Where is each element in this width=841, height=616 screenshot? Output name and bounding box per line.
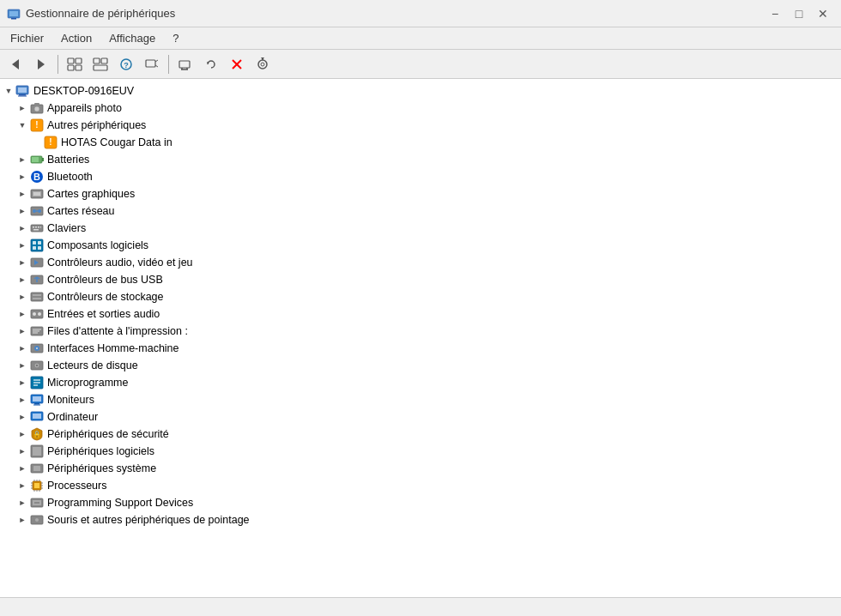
menu-help[interactable]: ? <box>166 30 185 46</box>
root-icon <box>15 84 31 98</box>
tree-item-souris-peripheriques[interactable]: ►Souris et autres périphériques de point… <box>0 511 841 528</box>
svg-point-48 <box>33 209 36 213</box>
svg-point-116 <box>35 518 39 522</box>
tree-item-appareils-photo[interactable]: ►Appareils photo <box>0 100 841 117</box>
svg-rect-88 <box>33 396 41 402</box>
toggle-appareils-photo[interactable]: ► <box>15 101 29 115</box>
close-button[interactable]: ✕ <box>812 5 834 22</box>
tree-item-moniteurs[interactable]: ►Moniteurs <box>0 391 841 408</box>
toggle-microprogramme[interactable]: ► <box>15 376 29 390</box>
toggle-souris-peripheriques[interactable]: ► <box>15 513 29 527</box>
tree-item-programming-support[interactable]: ►Programming Support Devices <box>0 494 841 511</box>
tree-item-lecteurs-disque[interactable]: ►Lecteurs de disque <box>0 357 841 374</box>
tree-item-autres-peripheriques[interactable]: ▼!Autres périphériques <box>0 117 841 134</box>
label-processeurs: Processeurs <box>47 480 106 492</box>
tree-item-controleurs-audio[interactable]: ►Contrôleurs audio, vidéo et jeu <box>0 254 841 271</box>
toolbar-btn-5[interactable]: ? <box>114 53 138 75</box>
tree-item-controleurs-bus-usb[interactable]: ►Contrôleurs de bus USB <box>0 271 841 288</box>
tree-item-cartes-graphiques[interactable]: ►Cartes graphiques <box>0 185 841 202</box>
toggle-cartes-graphiques[interactable]: ► <box>15 187 29 201</box>
menu-bar: Fichier Action Affichage ? <box>0 27 841 50</box>
tree-item-composants-logiciels[interactable]: ►Composants logiciels <box>0 237 841 254</box>
menu-affichage[interactable]: Affichage <box>102 30 162 46</box>
svg-point-82 <box>36 365 38 366</box>
tree-item-claviers[interactable]: ►Claviers <box>0 220 841 237</box>
tree-item-peripheriques-logiciels[interactable]: ►Périphériques logiciels <box>0 443 841 460</box>
menu-action[interactable]: Action <box>54 30 99 46</box>
tree-item-cartes-reseau[interactable]: ►Cartes réseau <box>0 202 841 220</box>
root-label: DESKTOP-0916EUV <box>33 85 134 97</box>
toolbar-btn-4[interactable] <box>88 53 112 75</box>
toolbar-sep-2 <box>168 55 169 74</box>
svg-rect-41 <box>32 157 39 162</box>
tree-item-peripheriques-securite[interactable]: ►🔒Périphériques de sécurité <box>0 426 841 443</box>
svg-rect-14 <box>146 60 155 67</box>
forward-button[interactable] <box>29 53 53 75</box>
toggle-programming-support[interactable]: ► <box>15 496 29 510</box>
tree-root[interactable]: ▼ DESKTOP-0916EUV <box>0 82 841 100</box>
tree-item-files-attente[interactable]: ►Files d'attente à l'impression : <box>0 323 841 340</box>
toggle-controleurs-stockage[interactable]: ► <box>15 290 29 304</box>
tree-item-hotas-cougar[interactable]: !HOTAS Cougar Data in <box>0 134 841 151</box>
toggle-ordinateur[interactable]: ► <box>15 410 29 424</box>
icon-composants-logiciels <box>29 239 45 252</box>
tree-item-batteries[interactable]: ►Batteries <box>0 151 841 168</box>
label-souris-peripheriques: Souris et autres périphériques de pointa… <box>47 514 250 526</box>
device-tree[interactable]: ▼ DESKTOP-0916EUV ►Appareils photo▼!Autr… <box>0 79 841 597</box>
tree-item-entrees-sorties-audio[interactable]: ►Entrées et sorties audio <box>0 305 841 323</box>
tree-item-bluetooth[interactable]: ►BBluetooth <box>0 168 841 185</box>
maximize-button[interactable]: □ <box>788 5 810 22</box>
tree-item-peripheriques-systeme[interactable]: ►Périphériques système <box>0 460 841 477</box>
toggle-bluetooth[interactable]: ► <box>15 170 29 184</box>
label-bluetooth: Bluetooth <box>47 171 93 183</box>
toolbar-btn-6[interactable] <box>140 53 164 75</box>
svg-marker-4 <box>38 59 45 69</box>
svg-rect-40 <box>42 158 44 161</box>
menu-fichier[interactable]: Fichier <box>3 30 51 46</box>
toggle-processeurs[interactable]: ► <box>15 479 29 492</box>
toolbar-btn-7[interactable] <box>173 53 197 75</box>
back-button[interactable] <box>3 53 27 75</box>
toolbar-btn-3[interactable] <box>63 53 87 75</box>
label-entrees-sorties-audio: Entrées et sorties audio <box>47 308 160 320</box>
icon-controleurs-audio <box>29 256 45 269</box>
window-controls: − □ ✕ <box>764 5 834 22</box>
tree-item-ordinateur[interactable]: ►Ordinateur <box>0 408 841 426</box>
icon-controleurs-bus-usb <box>29 273 45 287</box>
toggle-peripheriques-securite[interactable]: ► <box>15 427 29 441</box>
toggle-batteries[interactable]: ► <box>15 153 29 166</box>
toggle-moniteurs[interactable]: ► <box>15 393 29 407</box>
toolbar-sep-1 <box>57 55 58 74</box>
toggle-controleurs-audio[interactable]: ► <box>15 256 29 269</box>
tree-item-processeurs[interactable]: ►Processeurs <box>0 477 841 494</box>
label-peripheriques-securite: Périphériques de sécurité <box>47 428 169 440</box>
svg-marker-3 <box>12 59 19 69</box>
tree-item-controleurs-stockage[interactable]: ►Contrôleurs de stockage <box>0 288 841 305</box>
toggle-entrees-sorties-audio[interactable]: ► <box>15 307 29 321</box>
tree-item-microprogramme[interactable]: ►Microprogramme <box>0 374 841 391</box>
toggle-autres-peripheriques[interactable]: ▼ <box>15 118 29 132</box>
toggle-composants-logiciels[interactable]: ► <box>15 239 29 252</box>
tree-item-interfaces-homme-machine[interactable]: ►Interfaces Homme-machine <box>0 340 841 357</box>
svg-rect-5 <box>68 58 74 63</box>
icon-autres-peripheriques: ! <box>29 118 45 132</box>
toolbar-btn-delete[interactable] <box>225 53 249 75</box>
svg-rect-10 <box>101 58 107 63</box>
title-bar: Gestionnaire de périphériques − □ ✕ <box>0 0 841 27</box>
icon-claviers <box>29 221 45 235</box>
toolbar-btn-update[interactable] <box>199 53 223 75</box>
icon-peripheriques-securite: 🔒 <box>29 427 45 441</box>
toggle-files-attente[interactable]: ► <box>15 324 29 338</box>
toggle-controleurs-bus-usb[interactable]: ► <box>15 273 29 287</box>
toggle-peripheriques-systeme[interactable]: ► <box>15 462 29 475</box>
tree-items: ►Appareils photo▼!Autres périphériques!H… <box>0 100 841 528</box>
toggle-lecteurs-disque[interactable]: ► <box>15 359 29 372</box>
toggle-peripheriques-logiciels[interactable]: ► <box>15 444 29 458</box>
toolbar-btn-scan[interactable] <box>251 53 275 75</box>
toggle-cartes-reseau[interactable]: ► <box>15 204 29 218</box>
label-controleurs-bus-usb: Contrôleurs de bus USB <box>47 274 163 286</box>
root-toggle-icon[interactable]: ▼ <box>2 84 15 98</box>
minimize-button[interactable]: − <box>764 5 786 22</box>
toggle-interfaces-homme-machine[interactable]: ► <box>15 341 29 355</box>
toggle-claviers[interactable]: ► <box>15 221 29 235</box>
